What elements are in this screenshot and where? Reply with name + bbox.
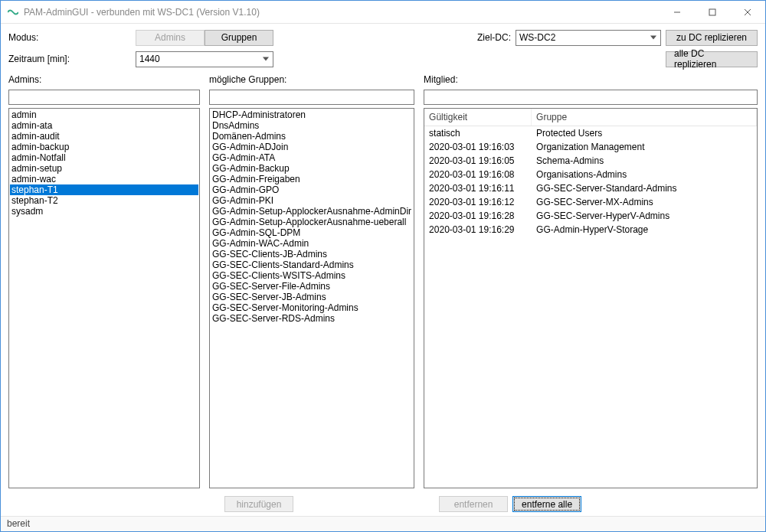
list-item[interactable]: GG-Admin-ADJoin	[211, 142, 413, 152]
status-bar: bereit	[1, 516, 765, 531]
list-item[interactable]: admin-ata	[10, 120, 198, 131]
zeitraum-select[interactable]: 1440	[136, 51, 273, 67]
mode-gruppen-button[interactable]: Gruppen	[205, 30, 273, 46]
member-filter-input[interactable]	[424, 90, 758, 105]
window-controls	[660, 1, 765, 24]
label-admins: Admins:	[8, 74, 200, 86]
admins-listbox[interactable]: adminadmin-ataadmin-auditadmin-backupadm…	[8, 108, 200, 488]
close-button[interactable]	[730, 1, 765, 24]
list-item[interactable]: DHCP-Administratoren	[211, 109, 413, 120]
ziel-dc-select[interactable]: WS-DC2	[516, 30, 661, 46]
maximize-button[interactable]	[695, 1, 730, 24]
cell-gueltigkeit: 2020-03-01 19:16:12	[424, 196, 532, 208]
list-item[interactable]: GG-Admin-GPO	[211, 184, 413, 195]
list-item[interactable]: stephan-T2	[10, 195, 198, 206]
admins-filter-input[interactable]	[8, 90, 200, 105]
label-modus: Modus:	[8, 32, 131, 43]
groups-filter-input[interactable]	[209, 90, 414, 105]
groups-column: mögliche Gruppen: DHCP-AdministratorenDn…	[209, 74, 414, 514]
list-item[interactable]: GG-Admin-Setup-ApplockerAusnahme-ueberal…	[211, 217, 413, 227]
list-item[interactable]: sysadm	[10, 206, 198, 217]
zeitraum-value: 1440	[139, 54, 160, 64]
groups-listbox[interactable]: DHCP-AdministratorenDnsAdminsDomänen-Adm…	[209, 108, 414, 488]
admins-column: Admins: adminadmin-ataadmin-auditadmin-b…	[8, 74, 200, 514]
list-item[interactable]: GG-SEC-Server-File-Admins	[211, 281, 413, 292]
table-row[interactable]: 2020-03-01 19:16:12GG-SEC-Server-MX-Admi…	[424, 195, 757, 209]
table-row[interactable]: 2020-03-01 19:16:11GG-SEC-Server-Standar…	[424, 181, 757, 195]
cell-gruppe: GG-SEC-Server-Standard-Admins	[532, 182, 757, 194]
label-moegliche-gruppen: mögliche Gruppen:	[209, 74, 414, 86]
list-item[interactable]: GG-SEC-Server-Monitoring-Admins	[211, 302, 413, 313]
table-row[interactable]: 2020-03-01 19:16:05Schema-Admins	[424, 154, 757, 168]
cell-gueltigkeit: 2020-03-01 19:16:29	[424, 224, 532, 236]
hinzufuegen-button[interactable]: hinzufügen	[224, 496, 293, 512]
member-column: Mitglied: Gültigkeit Gruppe statischProt…	[424, 74, 758, 514]
member-listview-header: Gültigkeit Gruppe	[424, 109, 757, 126]
table-row[interactable]: 2020-03-01 19:16:28GG-SEC-Server-HyperV-…	[424, 209, 757, 223]
cell-gruppe: Organization Management	[532, 141, 757, 153]
window-title: PAM-AdminGUI - verbunden mit WS-DC1 (Ver…	[24, 7, 660, 18]
cell-gruppe: Protected Users	[532, 127, 757, 139]
member-listview[interactable]: Gültigkeit Gruppe statischProtected User…	[424, 108, 758, 488]
table-row[interactable]: 2020-03-01 19:16:03Organization Manageme…	[424, 140, 757, 154]
list-item[interactable]: admin-audit	[10, 131, 198, 142]
cell-gueltigkeit: 2020-03-01 19:16:03	[424, 141, 532, 153]
cell-gueltigkeit: statisch	[424, 127, 532, 139]
list-item[interactable]: GG-SEC-Server-JB-Admins	[211, 292, 413, 302]
cell-gueltigkeit: 2020-03-01 19:16:11	[424, 182, 532, 194]
list-item[interactable]: DnsAdmins	[211, 120, 413, 131]
table-row[interactable]: statischProtected Users	[424, 126, 757, 140]
list-item[interactable]: GG-Admin-PKI	[211, 195, 413, 206]
content: Modus: Admins Gruppen Ziel-DC: WS-DC2 zu…	[1, 24, 765, 516]
ziel-dc-value: WS-DC2	[519, 32, 555, 43]
list-item[interactable]: GG-Admin-SQL-DPM	[211, 227, 413, 238]
list-item[interactable]: Domänen-Admins	[211, 131, 413, 142]
label-mitglied: Mitglied:	[424, 74, 758, 86]
table-row[interactable]: 2020-03-01 19:16:08Organisations-Admins	[424, 168, 757, 181]
alle-dc-replizieren-button[interactable]: alle DC replizieren	[666, 51, 758, 67]
cell-gruppe: Organisations-Admins	[532, 168, 757, 181]
list-item[interactable]: stephan-T1	[10, 184, 198, 195]
mode-admins-button[interactable]: Admins	[136, 30, 205, 46]
list-item[interactable]: GG-Admin-WAC-Admin	[211, 238, 413, 249]
table-row[interactable]: 2020-03-01 19:16:29GG-Admin-HyperV-Stora…	[424, 223, 757, 237]
label-zeitraum: Zeitraum [min]:	[8, 54, 131, 64]
entfernen-button[interactable]: entfernen	[439, 496, 508, 512]
titlebar: PAM-AdminGUI - verbunden mit WS-DC1 (Ver…	[1, 1, 765, 24]
list-item[interactable]: GG-Admin-Setup-ApplockerAusnahme-AdminDi…	[211, 206, 413, 217]
col-header-gueltigkeit[interactable]: Gültigkeit	[424, 109, 532, 126]
cell-gruppe: Schema-Admins	[532, 155, 757, 167]
app-icon	[7, 6, 19, 18]
list-item[interactable]: GG-Admin-Freigaben	[211, 174, 413, 184]
cell-gruppe: GG-SEC-Server-MX-Admins	[532, 196, 757, 208]
col-header-gruppe[interactable]: Gruppe	[532, 109, 757, 126]
minimize-button[interactable]	[660, 1, 695, 24]
list-item[interactable]: GG-SEC-Clients-Standard-Admins	[211, 259, 413, 270]
entferne-alle-button[interactable]: entferne alle	[512, 496, 581, 512]
mode-buttons: Admins Gruppen	[136, 30, 273, 46]
list-item[interactable]: GG-Admin-Backup	[211, 163, 413, 174]
list-item[interactable]: admin	[10, 109, 198, 120]
zu-dc-replizieren-button[interactable]: zu DC replizieren	[666, 30, 758, 46]
list-item[interactable]: admin-wac	[10, 174, 198, 184]
list-item[interactable]: GG-SEC-Clients-WSITS-Admins	[211, 270, 413, 281]
list-item[interactable]: GG-SEC-Clients-JB-Admins	[211, 249, 413, 259]
cell-gruppe: GG-Admin-HyperV-Storage	[532, 224, 757, 236]
cell-gueltigkeit: 2020-03-01 19:16:08	[424, 168, 532, 181]
svg-rect-1	[709, 9, 715, 15]
list-item[interactable]: admin-backup	[10, 142, 198, 152]
list-item[interactable]: GG-SEC-Server-RDS-Admins	[211, 313, 413, 324]
app-window: PAM-AdminGUI - verbunden mit WS-DC1 (Ver…	[0, 0, 766, 532]
cell-gueltigkeit: 2020-03-01 19:16:28	[424, 210, 532, 222]
status-text: bereit	[7, 518, 30, 529]
list-item[interactable]: GG-Admin-ATA	[211, 152, 413, 163]
list-item[interactable]: admin-Notfall	[10, 152, 198, 163]
list-item[interactable]: admin-setup	[10, 163, 198, 174]
cell-gruppe: GG-SEC-Server-HyperV-Admins	[532, 210, 757, 222]
label-ziel-dc: Ziel-DC:	[477, 32, 511, 43]
cell-gueltigkeit: 2020-03-01 19:16:05	[424, 155, 532, 167]
